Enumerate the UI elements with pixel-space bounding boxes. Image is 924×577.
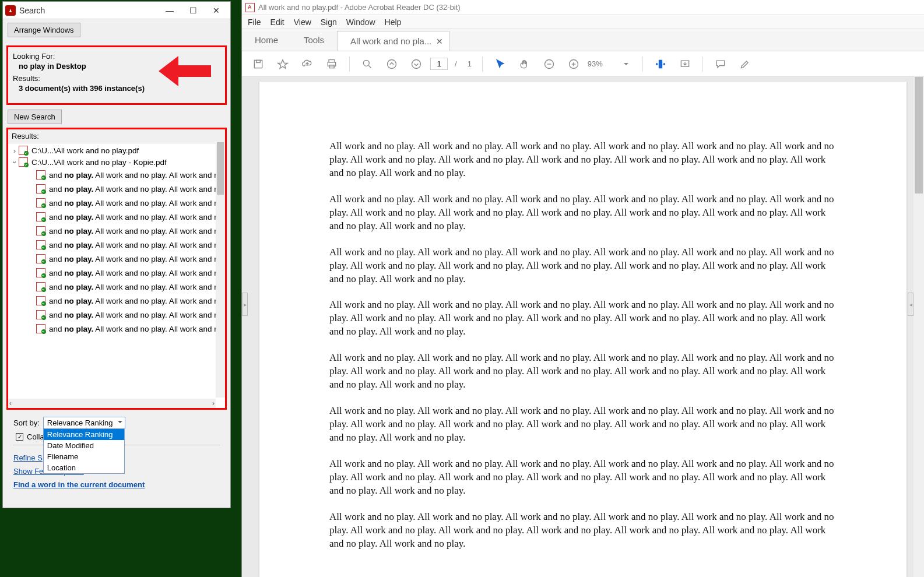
paragraph: All work and no play. All work and no pl…: [329, 458, 837, 498]
search-match[interactable]: and no play. All work and no play. All w…: [8, 322, 225, 336]
match-text: and no play. All work and no play. All w…: [49, 325, 223, 333]
search-match[interactable]: and no play. All work and no play. All w…: [8, 182, 225, 196]
search-match[interactable]: and no play. All work and no play. All w…: [8, 280, 225, 294]
document-viewport: ▸ ◂ All work and no play. All work and n…: [242, 77, 924, 577]
tab-close-icon[interactable]: ✕: [436, 37, 443, 46]
print-icon[interactable]: [321, 54, 342, 75]
sort-row: Sort by: Relevance Ranking Relevance Ran…: [3, 413, 230, 430]
adobe-icon: [5, 5, 16, 16]
panel-handle-left[interactable]: ▸: [242, 293, 248, 316]
pdf-icon: [36, 296, 45, 305]
pdf-icon: [36, 268, 45, 277]
comment-icon[interactable]: [710, 54, 731, 75]
results-count-value: 3 document(s) with 396 instance(s): [19, 84, 220, 93]
results-header: Results:: [8, 129, 225, 143]
collapse-icon[interactable]: ›: [10, 158, 19, 166]
results-scrollbar-vertical[interactable]: [216, 142, 225, 397]
menu-file[interactable]: File: [248, 17, 261, 27]
toolbar-separator: [482, 57, 483, 72]
match-text: and no play. All work and no play. All w…: [49, 185, 223, 193]
scroll-left-icon[interactable]: ‹: [9, 399, 12, 407]
arrange-toolbar: Arrange Windows: [3, 19, 230, 41]
results-scrollbar-horizontal[interactable]: ‹ ›: [8, 399, 216, 408]
search-match[interactable]: and no play. All work and no play. All w…: [8, 168, 225, 182]
hand-tool-icon[interactable]: [514, 54, 535, 75]
sort-label: Sort by:: [13, 418, 40, 427]
tree-node-file-1[interactable]: › C:\U...\All work and no play.pdf: [8, 145, 225, 156]
search-match[interactable]: and no play. All work and no play. All w…: [8, 252, 225, 266]
sort-option-location[interactable]: Location: [44, 462, 124, 473]
maximize-button[interactable]: ☐: [181, 2, 205, 19]
read-mode-icon[interactable]: [674, 54, 695, 75]
search-match[interactable]: and no play. All work and no play. All w…: [8, 210, 225, 224]
save-icon[interactable]: [248, 54, 269, 75]
scrollbar-thumb[interactable]: [915, 77, 923, 193]
menu-edit[interactable]: Edit: [270, 17, 284, 27]
svg-rect-0: [254, 60, 262, 68]
menu-window[interactable]: Window: [346, 17, 375, 27]
search-match[interactable]: and no play. All work and no play. All w…: [8, 196, 225, 210]
search-match[interactable]: and no play. All work and no play. All w…: [8, 294, 225, 308]
star-icon[interactable]: [272, 54, 293, 75]
pdf-icon: [36, 324, 45, 333]
arrange-windows-button[interactable]: Arrange Windows: [8, 23, 80, 37]
document-scrollbar[interactable]: [914, 77, 924, 577]
search-match[interactable]: and no play. All work and no play. All w…: [8, 224, 225, 238]
window-controls: — ☐ ✕: [158, 2, 228, 19]
pdf-icon: [36, 226, 45, 235]
minimize-button[interactable]: —: [158, 2, 181, 19]
panel-handle-right[interactable]: ◂: [908, 293, 914, 316]
search-match[interactable]: and no play. All work and no play. All w…: [8, 238, 225, 252]
match-text: and no play. All work and no play. All w…: [49, 283, 223, 291]
pdf-icon: [36, 184, 45, 193]
scroll-right-icon[interactable]: ›: [212, 399, 215, 407]
zoom-out-icon[interactable]: [539, 54, 560, 75]
find-word-link[interactable]: Find a word in the current document: [13, 480, 220, 489]
paragraph: All work and no play. All work and no pl…: [329, 193, 837, 233]
results-tree: › C:\U...\All work and no play.pdf › C:\…: [8, 143, 225, 394]
paragraph: All work and no play. All work and no pl…: [329, 511, 837, 551]
pdf-icon: [36, 254, 45, 263]
close-button[interactable]: ✕: [205, 2, 228, 19]
pdf-icon: [36, 198, 45, 207]
page-number-input[interactable]: [430, 58, 448, 70]
fit-width-icon[interactable]: [650, 54, 671, 75]
highlight-icon[interactable]: [735, 54, 756, 75]
tab-tools[interactable]: Tools: [291, 29, 337, 51]
match-text: and no play. All work and no play. All w…: [49, 269, 223, 277]
paragraph: All work and no play. All work and no pl…: [329, 140, 837, 180]
sort-option-filename[interactable]: Filename: [44, 451, 124, 462]
search-titlebar: Search — ☐ ✕: [3, 2, 230, 19]
expand-icon[interactable]: ›: [10, 146, 19, 155]
tree-node-file-2[interactable]: › C:\U...\All work and no play - Kopie.p…: [8, 156, 225, 168]
zoom-dropdown-icon[interactable]: [614, 54, 635, 75]
menu-view[interactable]: View: [294, 17, 311, 27]
menu-sign[interactable]: Sign: [321, 17, 337, 27]
scrollbar-thumb[interactable]: [217, 142, 224, 195]
sort-dropdown[interactable]: Relevance Ranking: [43, 417, 125, 429]
zoom-in-icon[interactable]: [563, 54, 584, 75]
menu-help[interactable]: Help: [385, 17, 402, 27]
collapse-checkbox[interactable]: ✓: [16, 433, 23, 441]
zoom-find-icon[interactable]: [357, 54, 378, 75]
sort-option-relevance[interactable]: Relevance Ranking: [44, 429, 124, 440]
cloud-icon[interactable]: [297, 54, 318, 75]
svg-rect-5: [329, 65, 334, 68]
tab-home[interactable]: Home: [242, 29, 291, 51]
search-match[interactable]: and no play. All work and no play. All w…: [8, 266, 225, 280]
acrobat-titlebar: All work and no play.pdf - Adobe Acrobat…: [242, 0, 924, 15]
page-down-icon[interactable]: [406, 54, 427, 75]
zoom-level: 93%: [588, 59, 611, 68]
acrobat-title: All work and no play.pdf - Adobe Acrobat…: [258, 3, 461, 12]
new-search-button[interactable]: New Search: [8, 110, 62, 124]
paragraph: All work and no play. All work and no pl…: [329, 298, 837, 339]
select-tool-icon[interactable]: [490, 54, 511, 75]
tab-document[interactable]: All work and no pla... ✕: [337, 31, 449, 51]
pdf-icon: [19, 146, 28, 155]
search-match[interactable]: and no play. All work and no play. All w…: [8, 308, 225, 322]
sort-option-date[interactable]: Date Modified: [44, 440, 124, 451]
tree-file-path: C:\U...\All work and no play - Kopie.pdf: [31, 158, 167, 167]
match-text: and no play. All work and no play. All w…: [49, 199, 223, 207]
svg-line-7: [369, 65, 371, 68]
page-up-icon[interactable]: [381, 54, 402, 75]
